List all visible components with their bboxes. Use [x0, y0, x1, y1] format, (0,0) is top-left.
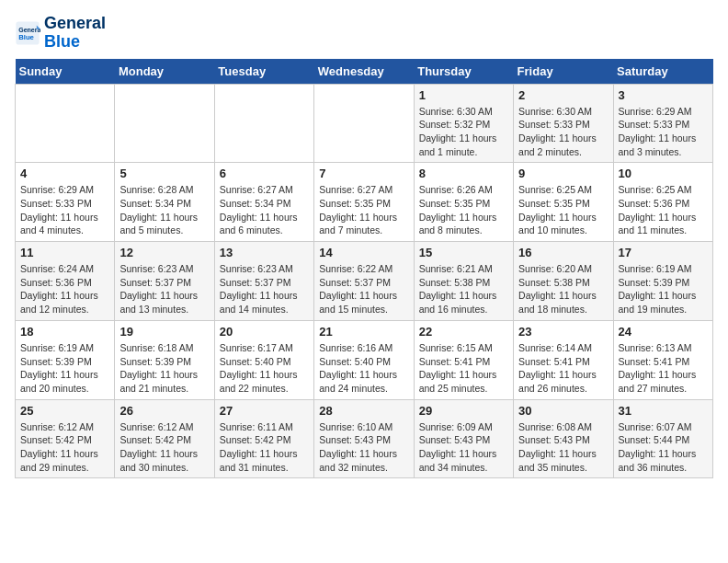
- week-row-1: 1Sunrise: 6:30 AM Sunset: 5:32 PM Daylig…: [16, 84, 713, 163]
- calendar-cell: 16Sunrise: 6:20 AM Sunset: 5:38 PM Dayli…: [514, 242, 613, 321]
- calendar-cell: 13Sunrise: 6:23 AM Sunset: 5:37 PM Dayli…: [214, 242, 313, 321]
- day-info: Sunrise: 6:30 AM Sunset: 5:33 PM Dayligh…: [518, 105, 608, 159]
- day-header-sunday: Sunday: [16, 59, 115, 85]
- calendar-cell: 2Sunrise: 6:30 AM Sunset: 5:33 PM Daylig…: [514, 84, 613, 163]
- day-info: Sunrise: 6:21 AM Sunset: 5:38 PM Dayligh…: [419, 262, 508, 316]
- day-info: Sunrise: 6:12 AM Sunset: 5:42 PM Dayligh…: [119, 420, 209, 475]
- day-info: Sunrise: 6:18 AM Sunset: 5:39 PM Dayligh…: [119, 341, 209, 396]
- day-info: Sunrise: 6:29 AM Sunset: 5:33 PM Dayligh…: [619, 105, 708, 159]
- logo-icon: General Blue: [15, 20, 40, 46]
- day-info: Sunrise: 6:19 AM Sunset: 5:39 PM Dayligh…: [20, 341, 109, 396]
- day-number: 31: [619, 404, 708, 418]
- svg-text:Blue: Blue: [18, 33, 34, 41]
- week-row-3: 11Sunrise: 6:24 AM Sunset: 5:36 PM Dayli…: [16, 242, 713, 321]
- calendar-cell: [314, 84, 414, 163]
- calendar-cell: 12Sunrise: 6:23 AM Sunset: 5:37 PM Dayli…: [115, 242, 214, 321]
- calendar-cell: 27Sunrise: 6:11 AM Sunset: 5:42 PM Dayli…: [214, 399, 313, 478]
- day-info: Sunrise: 6:27 AM Sunset: 5:35 PM Dayligh…: [319, 183, 408, 237]
- day-number: 6: [220, 167, 309, 180]
- calendar-cell: 5Sunrise: 6:28 AM Sunset: 5:34 PM Daylig…: [115, 163, 214, 242]
- day-info: Sunrise: 6:23 AM Sunset: 5:37 PM Dayligh…: [220, 262, 309, 316]
- day-info: Sunrise: 6:24 AM Sunset: 5:36 PM Dayligh…: [20, 262, 109, 316]
- day-number: 24: [619, 325, 708, 339]
- day-info: Sunrise: 6:22 AM Sunset: 5:37 PM Dayligh…: [319, 262, 408, 316]
- day-info: Sunrise: 6:27 AM Sunset: 5:34 PM Dayligh…: [220, 183, 309, 237]
- calendar-cell: 24Sunrise: 6:13 AM Sunset: 5:41 PM Dayli…: [613, 320, 712, 399]
- day-header-tuesday: Tuesday: [214, 59, 313, 85]
- day-info: Sunrise: 6:11 AM Sunset: 5:42 PM Dayligh…: [220, 420, 309, 475]
- calendar-cell: 25Sunrise: 6:12 AM Sunset: 5:42 PM Dayli…: [16, 399, 115, 478]
- calendar-cell: 4Sunrise: 6:29 AM Sunset: 5:33 PM Daylig…: [16, 163, 115, 242]
- day-info: Sunrise: 6:08 AM Sunset: 5:43 PM Dayligh…: [518, 420, 608, 475]
- day-number: 8: [419, 167, 508, 180]
- week-row-5: 25Sunrise: 6:12 AM Sunset: 5:42 PM Dayli…: [16, 399, 713, 478]
- day-number: 26: [119, 404, 209, 418]
- day-info: Sunrise: 6:25 AM Sunset: 5:36 PM Dayligh…: [619, 183, 708, 237]
- day-number: 10: [619, 167, 708, 180]
- day-number: 3: [619, 88, 708, 102]
- calendar-cell: 15Sunrise: 6:21 AM Sunset: 5:38 PM Dayli…: [414, 242, 513, 321]
- day-header-wednesday: Wednesday: [314, 59, 414, 85]
- page-header: General Blue General Blue: [15, 15, 713, 52]
- calendar-cell: 28Sunrise: 6:10 AM Sunset: 5:43 PM Dayli…: [314, 399, 414, 478]
- day-number: 16: [518, 246, 608, 259]
- day-info: Sunrise: 6:14 AM Sunset: 5:41 PM Dayligh…: [518, 341, 608, 396]
- day-number: 29: [419, 404, 508, 418]
- calendar-cell: 3Sunrise: 6:29 AM Sunset: 5:33 PM Daylig…: [613, 84, 712, 163]
- calendar-cell: 19Sunrise: 6:18 AM Sunset: 5:39 PM Dayli…: [115, 320, 214, 399]
- day-number: 23: [518, 325, 608, 339]
- day-info: Sunrise: 6:10 AM Sunset: 5:43 PM Dayligh…: [319, 420, 408, 475]
- day-info: Sunrise: 6:30 AM Sunset: 5:32 PM Dayligh…: [419, 105, 508, 159]
- logo-text: General Blue: [44, 15, 106, 52]
- calendar-cell: 20Sunrise: 6:17 AM Sunset: 5:40 PM Dayli…: [214, 320, 313, 399]
- day-number: 1: [419, 88, 508, 102]
- day-number: 25: [20, 404, 109, 418]
- calendar-cell: 9Sunrise: 6:25 AM Sunset: 5:35 PM Daylig…: [514, 163, 613, 242]
- day-number: 22: [419, 325, 508, 339]
- calendar-cell: 30Sunrise: 6:08 AM Sunset: 5:43 PM Dayli…: [514, 399, 613, 478]
- day-number: 13: [220, 246, 309, 259]
- day-number: 9: [518, 167, 608, 180]
- calendar-cell: 21Sunrise: 6:16 AM Sunset: 5:40 PM Dayli…: [314, 320, 414, 399]
- day-info: Sunrise: 6:28 AM Sunset: 5:34 PM Dayligh…: [119, 183, 209, 237]
- day-info: Sunrise: 6:09 AM Sunset: 5:43 PM Dayligh…: [419, 420, 508, 475]
- day-number: 17: [619, 246, 708, 259]
- day-header-saturday: Saturday: [613, 59, 712, 85]
- day-header-friday: Friday: [514, 59, 613, 85]
- day-number: 21: [319, 325, 408, 339]
- day-info: Sunrise: 6:13 AM Sunset: 5:41 PM Dayligh…: [619, 341, 708, 396]
- day-info: Sunrise: 6:23 AM Sunset: 5:37 PM Dayligh…: [119, 262, 209, 316]
- calendar-cell: 26Sunrise: 6:12 AM Sunset: 5:42 PM Dayli…: [115, 399, 214, 478]
- day-info: Sunrise: 6:12 AM Sunset: 5:42 PM Dayligh…: [20, 420, 109, 475]
- calendar-cell: 18Sunrise: 6:19 AM Sunset: 5:39 PM Dayli…: [16, 320, 115, 399]
- day-info: Sunrise: 6:26 AM Sunset: 5:35 PM Dayligh…: [419, 183, 508, 237]
- calendar-cell: 10Sunrise: 6:25 AM Sunset: 5:36 PM Dayli…: [613, 163, 712, 242]
- calendar-cell: 7Sunrise: 6:27 AM Sunset: 5:35 PM Daylig…: [314, 163, 414, 242]
- day-number: 5: [119, 167, 209, 180]
- day-info: Sunrise: 6:19 AM Sunset: 5:39 PM Dayligh…: [619, 262, 708, 316]
- days-header-row: SundayMondayTuesdayWednesdayThursdayFrid…: [16, 59, 713, 85]
- calendar-cell: [16, 84, 115, 163]
- calendar-cell: 31Sunrise: 6:07 AM Sunset: 5:44 PM Dayli…: [613, 399, 712, 478]
- calendar-cell: [214, 84, 313, 163]
- day-number: 12: [119, 246, 209, 259]
- day-number: 7: [319, 167, 408, 180]
- day-info: Sunrise: 6:29 AM Sunset: 5:33 PM Dayligh…: [20, 183, 109, 237]
- day-number: 15: [419, 246, 508, 259]
- day-info: Sunrise: 6:07 AM Sunset: 5:44 PM Dayligh…: [619, 420, 708, 475]
- week-row-4: 18Sunrise: 6:19 AM Sunset: 5:39 PM Dayli…: [16, 320, 713, 399]
- week-row-2: 4Sunrise: 6:29 AM Sunset: 5:33 PM Daylig…: [16, 163, 713, 242]
- day-info: Sunrise: 6:15 AM Sunset: 5:41 PM Dayligh…: [419, 341, 508, 396]
- day-number: 18: [20, 325, 109, 339]
- calendar-cell: 6Sunrise: 6:27 AM Sunset: 5:34 PM Daylig…: [214, 163, 313, 242]
- day-number: 28: [319, 404, 408, 418]
- calendar-cell: 8Sunrise: 6:26 AM Sunset: 5:35 PM Daylig…: [414, 163, 513, 242]
- calendar-cell: 11Sunrise: 6:24 AM Sunset: 5:36 PM Dayli…: [16, 242, 115, 321]
- calendar-cell: 17Sunrise: 6:19 AM Sunset: 5:39 PM Dayli…: [613, 242, 712, 321]
- day-number: 19: [119, 325, 209, 339]
- day-header-thursday: Thursday: [414, 59, 513, 85]
- day-number: 11: [20, 246, 109, 259]
- day-number: 14: [319, 246, 408, 259]
- day-number: 30: [518, 404, 608, 418]
- day-number: 20: [220, 325, 309, 339]
